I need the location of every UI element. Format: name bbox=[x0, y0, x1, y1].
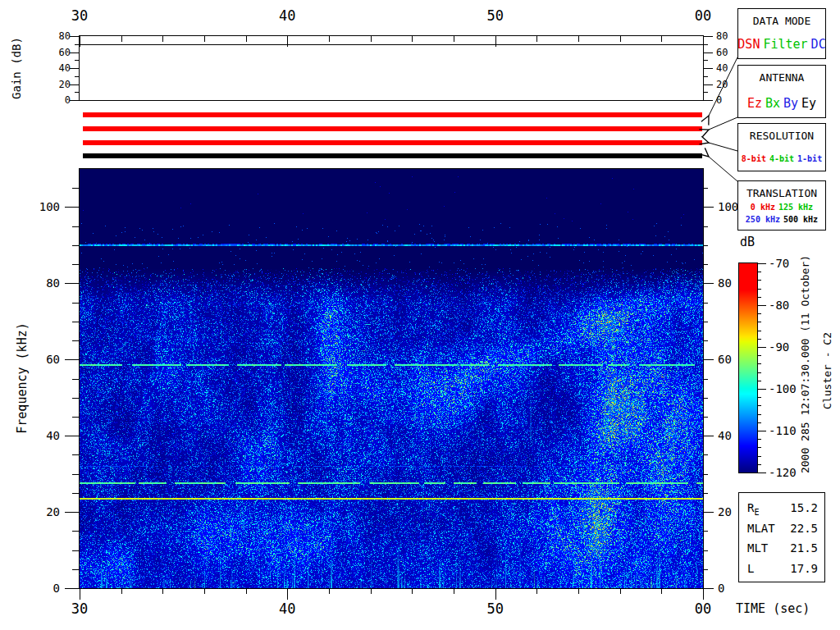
colorbar-minor-tick bbox=[758, 397, 761, 398]
freq-minor-tick-left bbox=[72, 303, 80, 304]
ephemeris-row: RE15.2 bbox=[739, 500, 824, 516]
freq-ytick-right bbox=[703, 359, 714, 360]
gain-ytick-label-left: 0 bbox=[65, 95, 71, 105]
gain-ytick-left bbox=[70, 84, 80, 85]
freq-minor-tick-right bbox=[703, 340, 708, 341]
freq-minor-tick-left bbox=[72, 340, 80, 341]
legend-box-title: DATA MODE bbox=[738, 15, 825, 27]
freq-minor-tick-right bbox=[703, 531, 708, 532]
gain-top-tick bbox=[703, 36, 704, 47]
time-tick bbox=[121, 588, 122, 594]
colorbar-tick bbox=[758, 263, 766, 264]
legend-item-dc: DC bbox=[811, 37, 826, 52]
time-tick-label: 50 bbox=[486, 602, 503, 616]
freq-minor-tick-right bbox=[703, 454, 708, 455]
freq-minor-tick-right bbox=[703, 417, 708, 418]
top-time-tick-label: 30 bbox=[71, 9, 88, 23]
freq-minor-tick-left bbox=[72, 454, 80, 455]
time-tick bbox=[578, 588, 579, 594]
colorbar-minor-tick bbox=[758, 289, 761, 290]
gain-top-tick bbox=[162, 36, 163, 42]
gain-ytick-label-left: 60 bbox=[59, 48, 71, 57]
colorbar-minor-tick bbox=[758, 322, 761, 322]
ephemeris-label: MLAT bbox=[739, 522, 775, 535]
freq-ytick-left bbox=[65, 512, 80, 513]
colorbar-tick-label: -90 bbox=[769, 341, 789, 353]
legend-box-antenna: ANTENNAEzBxByEy bbox=[737, 65, 826, 118]
gain-minor-tick-right bbox=[703, 92, 708, 93]
arrow-resolution bbox=[709, 143, 737, 151]
freq-minor-tick-right bbox=[703, 264, 708, 265]
legend-box-items: 8-bit4-bit1-bit bbox=[738, 154, 825, 163]
freq-ytick-left bbox=[65, 588, 80, 589]
freq-minor-tick-right bbox=[703, 398, 708, 399]
time-tick-label: 30 bbox=[71, 602, 88, 616]
legend-box-items: 0 kHz125 kHz bbox=[738, 203, 825, 212]
colorbar-minor-tick bbox=[758, 372, 761, 373]
gain-minor-tick-right bbox=[703, 60, 708, 61]
freq-ytick-label-right: 40 bbox=[718, 430, 732, 441]
freq-ytick-label-left: 100 bbox=[39, 201, 60, 212]
legend-box-resolution: RESOLUTION8-bit4-bit1-bit bbox=[737, 123, 826, 171]
arrow-translation bbox=[709, 157, 737, 181]
colorbar-tick-label: -80 bbox=[769, 299, 789, 311]
colorbar-minor-tick bbox=[758, 447, 761, 448]
freq-ytick-label-right: 60 bbox=[718, 354, 732, 365]
freq-ytick-left bbox=[65, 436, 80, 436]
time-tick bbox=[246, 588, 247, 594]
freq-ytick-left bbox=[65, 359, 80, 360]
legend-item-ey: Ey bbox=[801, 96, 816, 111]
freq-ytick-label-right: 20 bbox=[718, 506, 732, 518]
gain-ytick-label-right: 60 bbox=[716, 48, 728, 57]
legend-item-bx: Bx bbox=[765, 96, 780, 111]
freq-ytick-label-right: 100 bbox=[718, 201, 738, 212]
freq-minor-tick-left bbox=[72, 226, 80, 227]
gain-top-tick bbox=[495, 36, 496, 47]
arrow-antenna bbox=[709, 117, 737, 130]
freq-ytick-right bbox=[703, 588, 714, 589]
ephemeris-value: 17.9 bbox=[790, 560, 818, 577]
freq-minor-tick-right bbox=[703, 474, 708, 475]
freq-ytick-left bbox=[65, 283, 80, 284]
colorbar-minor-tick bbox=[758, 363, 761, 364]
legend-item-4-bit: 4-bit bbox=[769, 154, 794, 163]
legend-box-title: TRANSLATION bbox=[738, 187, 825, 199]
ephemeris-label: L bbox=[739, 562, 754, 575]
ephemeris-row: L17.9 bbox=[739, 560, 824, 577]
gain-top-tick bbox=[578, 36, 579, 42]
colorbar-minor-tick bbox=[758, 272, 761, 272]
gain-ytick-label-left: 40 bbox=[59, 63, 71, 73]
gain-ytick-label-right: 20 bbox=[716, 80, 728, 89]
gain-axis-label: Gain (dB) bbox=[11, 37, 22, 99]
freq-minor-tick-right bbox=[703, 245, 708, 246]
gain-top-tick bbox=[80, 36, 80, 47]
gain-top-tick bbox=[661, 36, 662, 42]
gain-ytick-right bbox=[703, 52, 713, 53]
gain-ytick-label-left: 80 bbox=[59, 31, 71, 41]
top-time-tick-label: 40 bbox=[279, 9, 295, 23]
gain-top-tick bbox=[412, 36, 413, 42]
colorbar-tick bbox=[758, 347, 766, 348]
ephemeris-label-subscript: E bbox=[754, 508, 759, 517]
colorbar-minor-tick bbox=[758, 439, 761, 440]
legend-item-125khz: 125 kHz bbox=[778, 203, 813, 212]
gain-ytick-right bbox=[703, 100, 713, 101]
colorbar-tick bbox=[758, 472, 766, 473]
colorbar-units-label: dB bbox=[740, 236, 755, 249]
freq-ytick-left bbox=[65, 207, 80, 208]
freq-ytick-label-right: 0 bbox=[718, 582, 724, 594]
gain-trace-line bbox=[80, 44, 703, 45]
time-tick bbox=[287, 588, 288, 600]
freq-minor-tick-left bbox=[72, 379, 80, 380]
freq-ytick-label-left: 0 bbox=[53, 582, 60, 594]
time-tick bbox=[162, 588, 163, 594]
time-tick bbox=[536, 588, 537, 594]
gain-ytick-label-right: 40 bbox=[716, 63, 728, 73]
legend-item-8-bit: 8-bit bbox=[742, 154, 766, 163]
colorbar-minor-tick bbox=[758, 297, 761, 298]
time-tick-label: 40 bbox=[279, 602, 295, 616]
spacecraft-caption: Cluster - C2 bbox=[822, 332, 833, 409]
gain-top-tick bbox=[246, 36, 247, 42]
legend-box-title: ANTENNA bbox=[738, 71, 825, 84]
time-tick bbox=[371, 588, 372, 594]
